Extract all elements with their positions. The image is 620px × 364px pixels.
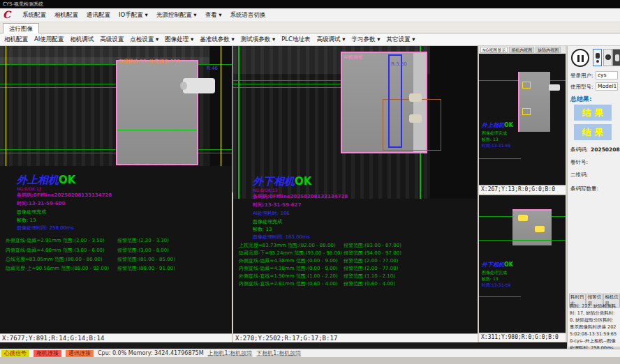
measure-row: 隐藏宽度-下=95.24mm 范围:(93.00 - 98.00) bbox=[239, 250, 342, 257]
tool-image-process[interactable]: 图像处理 ▾ bbox=[165, 36, 193, 44]
measure-row: 外侧直线-隐藏=2.91mm 范围:(2.00 - 3.50) bbox=[6, 237, 105, 244]
cpu-memory-text: Cpu: 0.0% Memory: 3424.41796875M bbox=[98, 350, 204, 356]
measure-row: 外侧直线-隐藏=4.38mm 范围:(0.00 - 9.00) bbox=[239, 257, 338, 264]
tool-ai-use-config[interactable]: AI使用配置 bbox=[34, 36, 64, 44]
camera-name-text: 外上相机 bbox=[17, 174, 59, 186]
barcode-label: 条码码: bbox=[570, 146, 588, 153]
monitor-button[interactable] bbox=[603, 49, 612, 66]
measure-row: 上枕宽度=83.73mm 范围:(82.00 - 88.00) bbox=[239, 242, 336, 249]
thumb-result-title: 外上相机OK bbox=[482, 122, 513, 129]
barcode-line: 条码码:0Fffline20250208133134728 bbox=[17, 192, 112, 199]
app-window: CYS-视觉检测系统 C 系统配置 相机配置 通讯配置 IO手配置 ▾ 光源控制… bbox=[0, 0, 620, 364]
camera-view-upper-outer[interactable]: 灰度阈值:93, 动态阈值:100 R:46 外上相机OK NG:0/OK:13… bbox=[0, 46, 232, 333]
alarm-range: 报警范围:(1.10 - 2.10) bbox=[344, 273, 395, 280]
result-box-1: 结果 bbox=[574, 105, 612, 121]
thumb-line: 图像处理完成 bbox=[482, 130, 507, 136]
result-title: 外下相机OK bbox=[253, 174, 311, 188]
tab-camera-inner-view[interactable]: 相机内视图 bbox=[509, 47, 534, 53]
tool-advanced-settings[interactable]: 高级设置 bbox=[100, 36, 124, 44]
measure-row: 内侧直线-直线=2.61mm 范围:(0.60 - 4.00) bbox=[239, 280, 338, 287]
tool-other-settings[interactable]: 其它设置 ▾ bbox=[386, 36, 415, 44]
tool-camera-debug[interactable]: 相机调试 bbox=[70, 36, 94, 44]
gripper-arm bbox=[183, 78, 215, 93]
qr-label: 二维码: bbox=[570, 172, 588, 179]
threshold-label: 灰度阈值:93, 动态阈值:100 bbox=[119, 58, 179, 65]
bright-spot-1 bbox=[409, 93, 422, 102]
camera-name-text: 外上相机 bbox=[482, 122, 504, 128]
thumb-view-2[interactable]: 外下相机OK 图像处理完成 帧数: 13 时间:13-31-59 bbox=[479, 195, 566, 333]
barcode-value: 20250208 bbox=[591, 146, 620, 153]
bright-spot-2 bbox=[409, 114, 422, 123]
tool-advanced-debug[interactable]: 高级调试 ▾ bbox=[317, 36, 346, 44]
frame-count-line: 帧数: 13 bbox=[17, 217, 36, 224]
power-button[interactable] bbox=[612, 49, 620, 66]
alarm-range: 报警范围:(2.00 - 77.00) bbox=[344, 257, 398, 264]
product-surface bbox=[518, 72, 550, 132]
alarm-range: 报警范围:(81.00 - 85.00) bbox=[117, 256, 175, 263]
pause-icon bbox=[577, 55, 580, 62]
time-line: 时间:13-31-59-600 bbox=[17, 200, 65, 207]
model-label: 使用型号: bbox=[570, 84, 593, 91]
measure-row: 外侧直线-直线=1.90mm 范围:(1.00 - 2.20) bbox=[239, 273, 338, 280]
alarm-range: 报警范围:(2.20 - 3.30) bbox=[117, 237, 169, 244]
thumb-line: 图像处理完成 bbox=[482, 270, 507, 275]
product-surface bbox=[117, 61, 197, 164]
thumb-result-title: 外下相机OK bbox=[482, 261, 513, 268]
login-user-field[interactable]: cys bbox=[596, 71, 618, 79]
menu-camera-config[interactable]: 相机配置 bbox=[54, 11, 78, 20]
pixel-coords-thumb1: X:267;Y:13;R:0;G:0;B:0 bbox=[479, 185, 566, 194]
heartbeat-indicator: 心跳信号 bbox=[1, 350, 29, 357]
highlight-spot-2 bbox=[535, 226, 545, 232]
camera-view-lower-outer[interactable]: AI检测框 R:3.80 外下相机OK NG:0/OK:13 条码码:0Fffl… bbox=[233, 46, 478, 333]
thumb-line: 帧数: 13 bbox=[482, 276, 499, 282]
ng-stat-line: NG:0/OK:13 bbox=[253, 188, 277, 192]
r-value-label: R:3.80 bbox=[391, 61, 407, 67]
thumb-line: 帧数: 13 bbox=[482, 137, 499, 142]
login-user-label: 登录用户: bbox=[570, 73, 593, 79]
menu-io-config[interactable]: IO手配置 ▾ bbox=[119, 11, 148, 20]
tab-ng-view[interactable]: NG视图显示 bbox=[480, 47, 508, 53]
menu-view[interactable]: 查看 ▾ bbox=[205, 11, 222, 20]
tool-camera-config[interactable]: 相机配置 bbox=[4, 36, 28, 44]
menu-light-config[interactable]: 光源控制配置 ▾ bbox=[156, 11, 197, 20]
log-text: 耗时: 222, 缺陷检测耗时: 17, 缺陷分类耗时: 0, 缺陷提取分区耗时… bbox=[570, 303, 619, 344]
menu-bar: C 系统配置 相机配置 通讯配置 IO手配置 ▾ 光源控制配置 ▾ 查看 ▾ 系… bbox=[0, 8, 620, 22]
tool-test-params[interactable]: 测试项参数 ▾ bbox=[241, 36, 275, 44]
lower-camera-fault-link[interactable]: 下相机1:相机故障 bbox=[256, 349, 301, 357]
tool-spot-check[interactable]: 点检设置 ▾ bbox=[130, 36, 158, 44]
tab-run-image[interactable]: 运行图像 bbox=[3, 23, 39, 33]
menu-system-config[interactable]: 系统配置 bbox=[22, 11, 46, 20]
menu-comm-config[interactable]: 通讯配置 bbox=[87, 11, 110, 20]
camera-link-indicator: 相机连接 bbox=[34, 350, 61, 357]
tool-baseline-params[interactable]: 基准线参数 ▾ bbox=[200, 36, 234, 44]
camera-image-left[interactable]: 灰度阈值:93, 动态阈值:100 R:46 bbox=[0, 46, 232, 166]
result-box-2: 结果 bbox=[574, 124, 612, 140]
gripper-tip bbox=[180, 82, 187, 90]
camera-mode-button[interactable] bbox=[593, 49, 602, 66]
overlay-line bbox=[479, 240, 566, 241]
alarm-range: 报警范围:(94.00 - 97.00) bbox=[344, 250, 401, 257]
time-line: 时间:13-31-59-627 bbox=[253, 202, 301, 208]
write-count-label: 条码写数量: bbox=[570, 185, 598, 192]
thumb-time-line: 时间:13-31-59 bbox=[482, 282, 510, 288]
window-titlebar: CYS-视觉检测系统 bbox=[0, 0, 620, 8]
menu-language-switch[interactable]: 系统语言切换 bbox=[230, 11, 266, 20]
pixel-coords-left: X:7677;Y:891;R:14;G:14;B:14 bbox=[0, 333, 232, 342]
ai-box-label: AI检测框 bbox=[344, 54, 363, 61]
tab-defect-inner-view[interactable]: 缺陷内视图 bbox=[536, 47, 561, 53]
window-title: CYS-视觉检测系统 bbox=[3, 1, 43, 7]
overlay-line-h2 bbox=[233, 84, 342, 84]
pause-button[interactable] bbox=[571, 49, 589, 67]
camera-icon bbox=[596, 53, 600, 59]
thumb-view-1[interactable]: 外上相机OK 图像处理完成 帧数: 13 时间:13-31-59 bbox=[479, 54, 566, 185]
alarm-range: 报警范围:(83.00 - 87.00) bbox=[344, 242, 401, 249]
overlay-line bbox=[479, 296, 521, 297]
tool-plc-address[interactable]: PLC地址表 bbox=[281, 36, 310, 44]
tool-learning-params[interactable]: 学习参数 ▾ bbox=[351, 36, 380, 44]
camera-name-text: 外下相机 bbox=[482, 261, 504, 268]
upper-camera-fault-link[interactable]: 上相机1:相机故障 bbox=[208, 349, 253, 357]
process-done-line: 图像处理完成 bbox=[253, 218, 282, 225]
model-field[interactable]: Model1 bbox=[596, 82, 618, 91]
ng-stat-line: NG:0/OK:13 bbox=[17, 186, 41, 191]
total-result-label: 总结果: bbox=[570, 95, 592, 104]
